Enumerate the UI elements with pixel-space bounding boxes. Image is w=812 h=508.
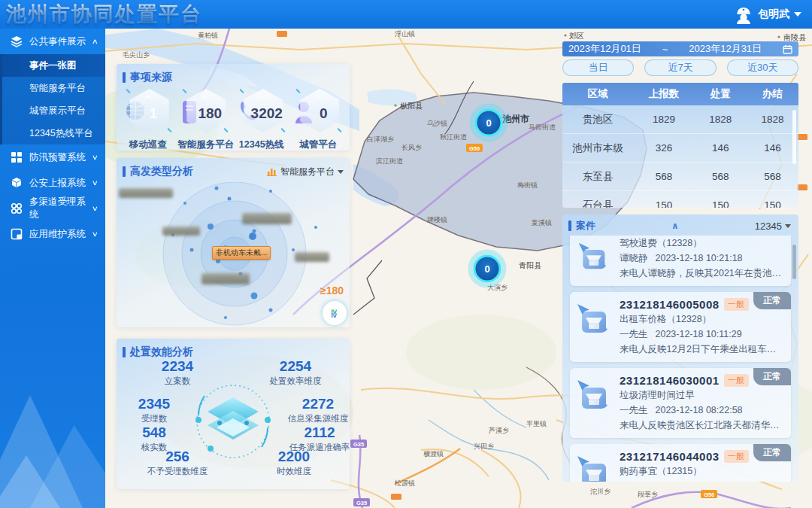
date-end[interactable]: 2023年12月31日	[689, 42, 762, 56]
case-meta: 谭晓静2023-12-18 10:21:18	[620, 252, 783, 265]
sidebar-nav: 公共事件展示 ∧ 事件一张图 智能服务平台 城管展示平台 12345热线平台 防…	[0, 29, 105, 508]
case-title: 驾校退费（12328）	[620, 237, 783, 250]
sidebar-group-label: 多渠道受理系统	[29, 196, 92, 221]
police-avatar-icon	[734, 5, 753, 24]
sidebar-group-maintenance[interactable]: 应用维护系统 ∨	[0, 221, 105, 247]
top-header: 池州市协同处置平台 包明武	[0, 0, 812, 29]
table-row[interactable]: 池州市本级326 146146	[562, 134, 798, 163]
quick-filter-30days[interactable]: 近30天	[727, 59, 798, 76]
case-time: 2023-12-18 08:22:58	[656, 405, 743, 415]
types-source-filter[interactable]: 智能服务平台	[267, 166, 344, 178]
source-label: 智能服务平台	[177, 138, 232, 151]
case-meta: 一先生2023-12-18 10:11:29	[620, 328, 783, 341]
filter-value: 12345	[755, 221, 782, 232]
table-scrollbar[interactable]	[792, 110, 796, 164]
road-badge	[277, 31, 287, 37]
case-description: 来电人反映贵池区长江北路天都清华园小区4...	[620, 419, 783, 432]
quick-filter-today[interactable]: 当日	[562, 59, 634, 76]
table-row[interactable]: 贵池区1829 18281828	[562, 105, 798, 134]
case-archive-icon	[576, 242, 609, 272]
chevron-up-icon: ︿	[124, 91, 172, 102]
sidebar-submenu: 事件一张图 智能服务平台 城管展示平台 12345热线平台	[0, 54, 105, 144]
sidebar-item-12345[interactable]: 12345热线平台	[2, 122, 105, 144]
sidebar-group-police-report[interactable]: 公安上报系统 ∨	[0, 170, 105, 196]
redacted-type-label[interactable]	[295, 252, 329, 262]
source-item-12345-hotline[interactable]: ︿ 3202 12345热线	[235, 89, 289, 151]
chevron-down-icon: ∨	[92, 205, 98, 212]
chevron-up-icon: ∧	[92, 38, 98, 45]
map-label: 棠溪镇	[532, 219, 552, 227]
sidebar-item-smart-service[interactable]: 智能服务平台	[2, 77, 105, 99]
sidebar-group-flood-warning[interactable]: 防汛预警系统 ∨	[0, 144, 105, 170]
case-card[interactable]: 驾校退费（12328） 谭晓静2023-12-18 10:21:18 来电人谭晓…	[570, 236, 791, 286]
map-cluster-marker[interactable]: 0	[471, 252, 504, 285]
legend-max-value: ≥180	[320, 284, 344, 297]
case-card[interactable]: 正常 231217146044003 一般 购药事宜（12315）	[570, 444, 791, 482]
table-row[interactable]: 东至县568 568568	[562, 163, 798, 191]
case-level-badge: 一般	[724, 298, 749, 311]
col-header-closed: 办结	[747, 87, 798, 101]
sidebar-group-multichannel[interactable]: 多渠道受理系统 ∨	[0, 196, 105, 221]
case-card[interactable]: 正常 231218146005008 一般 出租车价格（12328） 一先生20…	[570, 292, 791, 362]
case-person: 一先生	[620, 329, 648, 339]
cases-source-filter[interactable]: 12345	[755, 221, 791, 232]
cube-icon	[11, 177, 23, 189]
sidebar-item-chengguan[interactable]: 城管展示平台	[2, 99, 105, 122]
case-id: 231218146030001	[620, 374, 720, 387]
date-start[interactable]: 2023年12月01日	[568, 42, 641, 56]
source-label: 移动巡查	[121, 138, 175, 151]
panel-title: 案件	[576, 219, 595, 233]
redacted-type-label[interactable]	[119, 188, 173, 198]
collapse-chevron[interactable]: ∧	[595, 221, 755, 231]
sidebar-mountain-decoration	[0, 373, 105, 508]
map-label: 兴田乡	[474, 443, 494, 450]
stat-info-collection: 2272信息采集源维度	[273, 396, 363, 424]
case-archive-icon	[576, 379, 609, 412]
redacted-type-label[interactable]	[201, 273, 250, 284]
case-title: 购药事宜（12315）	[620, 465, 783, 478]
source-item-chengguan[interactable]: ︿ 0 城管平台	[291, 89, 345, 151]
source-count: 3202	[248, 105, 286, 122]
case-archive-icon	[576, 303, 609, 336]
app-maintain-icon	[11, 228, 23, 240]
map-label: 松源镇	[394, 479, 415, 487]
source-item-smart-service[interactable]: ︿ 180 智能服务平台	[177, 89, 232, 151]
map-label: 牌楼镇	[427, 216, 447, 224]
road-badge	[797, 134, 807, 140]
col-header-handled: 处置	[695, 87, 747, 101]
table-header-row: 区域 上报数 处置 办结	[562, 83, 798, 105]
case-status-badge: 正常	[753, 292, 791, 309]
quick-filter-7days[interactable]: 近7天	[644, 59, 716, 76]
map-label: 黄柏镇	[198, 32, 218, 39]
region-stats-table: 区域 上报数 处置 办结 贵池区1829 18281828 池州市本级326 1…	[562, 83, 798, 208]
title-bar-accent	[123, 72, 126, 83]
map-label: 秋江街道	[440, 133, 467, 141]
circles-grid-icon	[11, 202, 23, 214]
source-item-mobile-patrol[interactable]: ︿ 1 移动巡查	[121, 89, 175, 151]
sidebar-group-public-events[interactable]: 公共事件展示 ∧	[0, 29, 105, 54]
title-bar-accent	[123, 166, 126, 177]
case-time: 2023-12-18 10:11:29	[656, 329, 742, 339]
table-row[interactable]: 石台县150 150150	[562, 191, 798, 208]
date-range-bar[interactable]: 2023年12月01日 ~ 2023年12月31日	[562, 41, 798, 56]
redacted-type-label[interactable]	[242, 213, 292, 224]
cases-scrollbar[interactable]	[792, 245, 796, 279]
case-archive-icon	[576, 455, 609, 482]
legend-threshold-badge: ≥≥	[323, 301, 347, 325]
chevron-up-icon: ︿	[294, 91, 342, 102]
case-card[interactable]: 正常 231218146030001 一般 垃圾清理时间过早 一先生2023-1…	[570, 368, 791, 438]
source-count: 1	[135, 105, 172, 122]
redacted-type-label[interactable]	[162, 227, 200, 236]
map-label: 白泽湖乡	[367, 135, 394, 143]
case-description: 来电人反映12月2日下午乘坐出租车（皖RD0...	[620, 343, 783, 356]
case-status-badge: 正常	[753, 368, 791, 385]
calendar-icon[interactable]	[783, 44, 792, 54]
road-badge	[797, 184, 807, 190]
highlighted-type-label[interactable]: 非机动车未戴...	[212, 246, 271, 260]
user-name: 包明武	[758, 8, 789, 21]
map-cluster-marker[interactable]: 0	[472, 106, 505, 139]
user-menu[interactable]: 包明武	[734, 5, 801, 24]
sidebar-item-event-map[interactable]: 事件一张图	[2, 54, 105, 77]
case-title: 垃圾清理时间过早	[620, 389, 783, 402]
sidebar-group-label: 防汛预警系统	[29, 151, 92, 164]
